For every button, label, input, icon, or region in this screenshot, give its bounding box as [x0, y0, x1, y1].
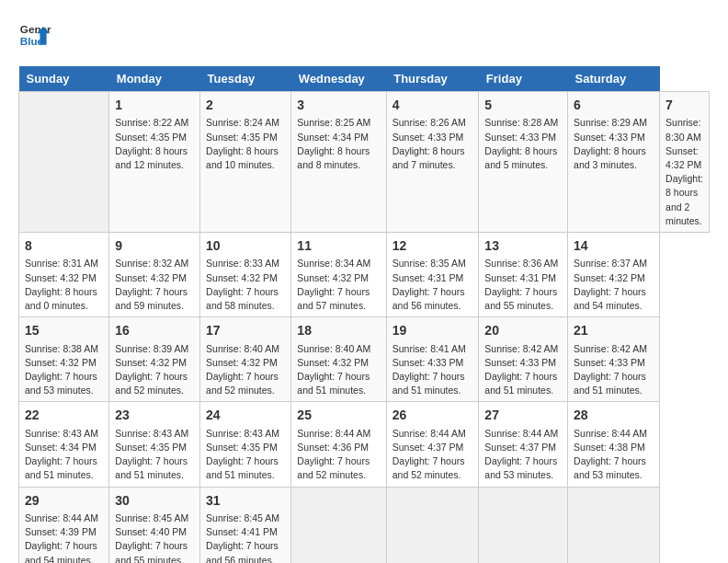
day-info: Sunrise: 8:22 AMSunset: 4:35 PMDaylight:… — [115, 116, 194, 172]
day-number: 18 — [297, 321, 380, 339]
calendar-cell-empty — [19, 92, 109, 233]
calendar-cell: 9Sunrise: 8:32 AMSunset: 4:32 PMDaylight… — [109, 233, 200, 317]
calendar-cell: 28Sunrise: 8:44 AMSunset: 4:38 PMDayligh… — [568, 402, 660, 487]
svg-text:General: General — [20, 23, 51, 35]
day-number: 4 — [392, 96, 473, 114]
day-number: 3 — [297, 96, 380, 114]
calendar-cell — [479, 487, 568, 563]
calendar-cell: 12Sunrise: 8:35 AMSunset: 4:31 PMDayligh… — [386, 233, 479, 317]
day-info: Sunrise: 8:43 AMSunset: 4:35 PMDaylight:… — [206, 427, 285, 483]
day-number: 14 — [574, 236, 654, 255]
calendar-cell: 20Sunrise: 8:42 AMSunset: 4:33 PMDayligh… — [479, 317, 568, 402]
weekday-header-thursday: Thursday — [386, 66, 479, 92]
calendar-cell: 15Sunrise: 8:38 AMSunset: 4:32 PMDayligh… — [19, 317, 109, 402]
day-info: Sunrise: 8:42 AMSunset: 4:33 PMDaylight:… — [574, 342, 654, 398]
calendar-cell: 24Sunrise: 8:43 AMSunset: 4:35 PMDayligh… — [200, 402, 291, 487]
day-number: 21 — [574, 321, 654, 339]
day-info: Sunrise: 8:37 AMSunset: 4:32 PMDaylight:… — [574, 257, 654, 313]
calendar-cell: 3Sunrise: 8:25 AMSunset: 4:34 PMDaylight… — [291, 92, 386, 233]
day-info: Sunrise: 8:45 AMSunset: 4:41 PMDaylight:… — [206, 511, 285, 563]
calendar-cell: 27Sunrise: 8:44 AMSunset: 4:37 PMDayligh… — [479, 402, 568, 487]
calendar-cell: 29Sunrise: 8:44 AMSunset: 4:39 PMDayligh… — [19, 487, 109, 563]
day-number: 24 — [206, 406, 285, 424]
day-info: Sunrise: 8:29 AMSunset: 4:33 PMDaylight:… — [574, 116, 654, 172]
day-number: 31 — [206, 491, 285, 510]
calendar-cell: 17Sunrise: 8:40 AMSunset: 4:32 PMDayligh… — [200, 317, 291, 402]
calendar-week-row: 15Sunrise: 8:38 AMSunset: 4:32 PMDayligh… — [19, 317, 710, 402]
day-number: 6 — [574, 96, 654, 114]
weekday-header-monday: Monday — [109, 66, 200, 92]
day-info: Sunrise: 8:43 AMSunset: 4:34 PMDaylight:… — [25, 427, 103, 483]
day-info: Sunrise: 8:25 AMSunset: 4:34 PMDaylight:… — [297, 116, 380, 172]
day-info: Sunrise: 8:24 AMSunset: 4:35 PMDaylight:… — [206, 116, 285, 172]
calendar-cell — [386, 487, 479, 563]
weekday-header-saturday: Saturday — [568, 66, 660, 92]
calendar-cell: 11Sunrise: 8:34 AMSunset: 4:32 PMDayligh… — [291, 233, 386, 317]
calendar-cell: 7Sunrise: 8:30 AMSunset: 4:32 PMDaylight… — [660, 92, 710, 233]
calendar-cell: 14Sunrise: 8:37 AMSunset: 4:32 PMDayligh… — [568, 233, 660, 317]
day-info: Sunrise: 8:45 AMSunset: 4:40 PMDaylight:… — [115, 511, 194, 563]
calendar-cell: 26Sunrise: 8:44 AMSunset: 4:37 PMDayligh… — [386, 402, 479, 487]
day-info: Sunrise: 8:40 AMSunset: 4:32 PMDaylight:… — [206, 342, 285, 398]
day-number: 7 — [665, 96, 703, 114]
day-number: 9 — [115, 236, 194, 255]
day-info: Sunrise: 8:41 AMSunset: 4:33 PMDaylight:… — [392, 342, 473, 398]
day-number: 10 — [206, 236, 285, 255]
day-number: 5 — [484, 96, 562, 114]
day-info: Sunrise: 8:35 AMSunset: 4:31 PMDaylight:… — [392, 257, 473, 313]
weekday-header-row: SundayMondayTuesdayWednesdayThursdayFrid… — [19, 66, 710, 92]
day-number: 13 — [484, 236, 562, 255]
calendar-week-row: 29Sunrise: 8:44 AMSunset: 4:39 PMDayligh… — [19, 487, 710, 563]
day-number: 1 — [115, 96, 194, 114]
day-info: Sunrise: 8:28 AMSunset: 4:33 PMDaylight:… — [484, 116, 562, 172]
calendar-cell: 18Sunrise: 8:40 AMSunset: 4:32 PMDayligh… — [291, 317, 386, 402]
calendar-cell: 19Sunrise: 8:41 AMSunset: 4:33 PMDayligh… — [386, 317, 479, 402]
calendar-cell: 2Sunrise: 8:24 AMSunset: 4:35 PMDaylight… — [200, 92, 291, 233]
logo: General Blue — [18, 18, 51, 52]
day-info: Sunrise: 8:26 AMSunset: 4:33 PMDaylight:… — [392, 116, 473, 172]
day-info: Sunrise: 8:44 AMSunset: 4:38 PMDaylight:… — [574, 427, 654, 483]
calendar-cell: 21Sunrise: 8:42 AMSunset: 4:33 PMDayligh… — [568, 317, 660, 402]
calendar-cell: 8Sunrise: 8:31 AMSunset: 4:32 PMDaylight… — [19, 233, 109, 317]
logo-icon: General Blue — [18, 18, 51, 52]
day-info: Sunrise: 8:36 AMSunset: 4:31 PMDaylight:… — [484, 257, 562, 313]
day-number: 19 — [392, 321, 473, 339]
calendar-cell: 4Sunrise: 8:26 AMSunset: 4:33 PMDaylight… — [386, 92, 479, 233]
calendar-cell — [568, 487, 660, 563]
calendar-cell — [291, 487, 386, 563]
calendar-cell: 10Sunrise: 8:33 AMSunset: 4:32 PMDayligh… — [200, 233, 291, 317]
day-info: Sunrise: 8:40 AMSunset: 4:32 PMDaylight:… — [297, 342, 380, 398]
day-number: 20 — [484, 321, 562, 339]
day-info: Sunrise: 8:34 AMSunset: 4:32 PMDaylight:… — [297, 257, 380, 313]
day-number: 11 — [297, 236, 380, 255]
day-info: Sunrise: 8:43 AMSunset: 4:35 PMDaylight:… — [115, 427, 194, 483]
calendar-cell: 5Sunrise: 8:28 AMSunset: 4:33 PMDaylight… — [479, 92, 568, 233]
day-info: Sunrise: 8:44 AMSunset: 4:39 PMDaylight:… — [25, 511, 103, 563]
day-info: Sunrise: 8:44 AMSunset: 4:36 PMDaylight:… — [297, 427, 380, 483]
weekday-header-sunday: Sunday — [19, 66, 109, 92]
calendar-week-row: 8Sunrise: 8:31 AMSunset: 4:32 PMDaylight… — [19, 233, 710, 317]
day-info: Sunrise: 8:44 AMSunset: 4:37 PMDaylight:… — [392, 427, 473, 483]
day-info: Sunrise: 8:30 AMSunset: 4:32 PMDaylight:… — [665, 116, 703, 228]
day-number: 16 — [115, 321, 194, 339]
day-number: 15 — [25, 321, 103, 339]
weekday-header-friday: Friday — [479, 66, 568, 92]
calendar-week-row: 22Sunrise: 8:43 AMSunset: 4:34 PMDayligh… — [19, 402, 710, 487]
calendar-cell: 22Sunrise: 8:43 AMSunset: 4:34 PMDayligh… — [19, 402, 109, 487]
day-number: 28 — [574, 406, 654, 424]
day-info: Sunrise: 8:44 AMSunset: 4:37 PMDaylight:… — [484, 427, 562, 483]
calendar-cell: 30Sunrise: 8:45 AMSunset: 4:40 PMDayligh… — [109, 487, 200, 563]
day-number: 26 — [392, 406, 473, 424]
day-info: Sunrise: 8:38 AMSunset: 4:32 PMDaylight:… — [25, 342, 103, 398]
calendar-cell: 6Sunrise: 8:29 AMSunset: 4:33 PMDaylight… — [568, 92, 660, 233]
calendar-cell: 1Sunrise: 8:22 AMSunset: 4:35 PMDaylight… — [109, 92, 200, 233]
day-info: Sunrise: 8:31 AMSunset: 4:32 PMDaylight:… — [25, 257, 103, 313]
day-info: Sunrise: 8:32 AMSunset: 4:32 PMDaylight:… — [115, 257, 194, 313]
weekday-header-tuesday: Tuesday — [200, 66, 291, 92]
calendar-cell: 31Sunrise: 8:45 AMSunset: 4:41 PMDayligh… — [200, 487, 291, 563]
calendar-week-row: 1Sunrise: 8:22 AMSunset: 4:35 PMDaylight… — [19, 92, 710, 233]
calendar-cell: 13Sunrise: 8:36 AMSunset: 4:31 PMDayligh… — [479, 233, 568, 317]
day-number: 27 — [484, 406, 562, 424]
day-number: 30 — [115, 491, 194, 510]
day-number: 29 — [25, 491, 103, 510]
